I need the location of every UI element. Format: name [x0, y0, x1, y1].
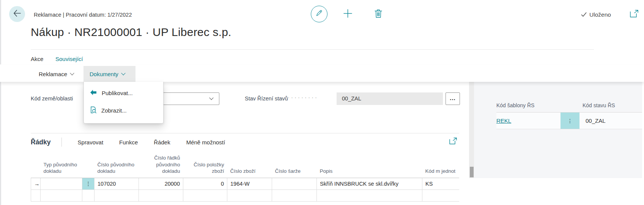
cell-empty[interactable]	[272, 189, 317, 201]
delete-button[interactable]	[373, 9, 383, 19]
table-row: → ⋮ 107020 20000 0 1964-W Skříň INNSBRUC…	[31, 178, 460, 189]
zobrazit-label: Zobrazit...	[101, 107, 127, 114]
status-field[interactable]: 00_ZAL	[337, 92, 443, 105]
cell-empty[interactable]	[183, 189, 227, 201]
breadcrumb: Reklamace | Pracovní datum: 1/27/2022	[34, 12, 132, 18]
cell-empty[interactable]	[422, 189, 460, 201]
cell-typ[interactable]	[41, 178, 82, 189]
status-label: Stav Řízení stavů	[245, 95, 288, 102]
lines-table: Typ původního dokladu Číslo původního do…	[31, 152, 459, 203]
lines-toolbar: Řádky Spravovat Funkce Řádek Méně možnos…	[31, 136, 459, 148]
preview-document-icon	[90, 106, 96, 114]
col-cislo-radku[interactable]: Číslo řádků původního dokladu	[139, 152, 183, 178]
ribbon-button-reklamace[interactable]: Reklamace	[33, 66, 80, 82]
col-popis[interactable]: Popis	[317, 152, 422, 178]
trash-icon	[374, 9, 383, 20]
cell-empty[interactable]	[82, 189, 94, 201]
menu-item-publikovat[interactable]: Publikovat...	[84, 84, 163, 102]
toolbar-button-spravovat[interactable]: Spravovat	[78, 139, 104, 146]
cell-cislo-radku[interactable]: 20000	[139, 178, 183, 189]
col-row-menu	[82, 152, 94, 178]
col-kod-stavu-rs[interactable]: Kód stavu ŘS	[579, 102, 642, 108]
cell-empty[interactable]	[139, 189, 183, 201]
tabs-divider	[31, 49, 594, 50]
col-arrow	[31, 152, 41, 178]
status-code-value[interactable]: 00_ZAL	[579, 113, 642, 129]
cell-empty[interactable]	[94, 189, 139, 201]
tab-akce[interactable]: Akce	[31, 56, 43, 64]
open-window-icon	[630, 10, 638, 19]
publikovat-label: Publikovat...	[102, 90, 133, 96]
toolbar-button-radek[interactable]: Řádek	[154, 139, 170, 146]
toolbar-button-mene-moznosti[interactable]: Méně možností	[186, 139, 225, 146]
col-kod-merne-jednotky[interactable]: Kód m jednot	[422, 152, 460, 178]
toolbar-button-funkce[interactable]: Funkce	[119, 139, 138, 146]
save-status: Uloženo	[581, 11, 611, 18]
back-button[interactable]	[9, 6, 25, 22]
scrollbar-thumb[interactable]	[470, 167, 474, 177]
focus-mode-icon[interactable]	[449, 138, 457, 146]
vertical-scrollbar[interactable]	[469, 82, 474, 178]
dokumenty-label: Dokumenty	[90, 71, 118, 77]
cell-cislo-puvodniho-dokladu[interactable]: 107020	[94, 178, 139, 189]
col-cislo-sarze[interactable]: Číslo šarže	[272, 152, 317, 178]
toolbar-separator	[61, 138, 62, 147]
table-row-empty	[31, 189, 460, 201]
factbox-panel: Kód šablony ŘS Kód stavu ŘS REKL ⋮ 00_ZA…	[474, 82, 642, 178]
col-kod-sablony-rs[interactable]: Kód šablony ŘS	[496, 102, 579, 108]
cell-empty[interactable]	[41, 189, 82, 201]
row-options-cell[interactable]: ⋮	[82, 178, 94, 189]
factbox-table: Kód šablony ŘS Kód stavu ŘS REKL ⋮ 00_ZA…	[496, 102, 642, 129]
lines-top-divider	[31, 133, 459, 133]
chevron-down-icon	[70, 71, 74, 75]
col-typ-puvodniho-dokladu[interactable]: Typ původního dokladu	[41, 152, 82, 178]
reklamace-label: Reklamace	[39, 71, 67, 77]
window-edge	[0, 0, 1, 205]
dokumenty-dropdown-menu: Publikovat... Zobrazit...	[83, 82, 164, 124]
dotted-leader: ·········	[288, 94, 332, 100]
edit-button[interactable]	[311, 6, 328, 22]
plus-icon	[343, 8, 353, 20]
more-options-button[interactable]: ...	[446, 92, 460, 105]
back-arrow-icon	[13, 10, 21, 18]
col-cislo-puvodniho-dokladu[interactable]: Číslo původního dokladu	[94, 152, 139, 178]
cell-cislo-polozky[interactable]: 0	[183, 178, 227, 189]
post-arrow-icon	[90, 89, 97, 97]
factbox-row: REKL ⋮ 00_ZAL	[496, 113, 642, 129]
open-in-window-button[interactable]	[630, 11, 638, 18]
cell-cislo-zbozi[interactable]: 1964-W	[227, 178, 272, 189]
tab-souvisejici[interactable]: Související	[55, 56, 83, 65]
cell-popis[interactable]: Skříň INNSBRUCK se skl.dvířky	[317, 178, 422, 189]
lines-header-row: Typ původního dokladu Číslo původního do…	[31, 152, 460, 178]
cell-kod-mj[interactable]: KS	[422, 178, 460, 189]
cell-empty[interactable]	[227, 189, 272, 201]
new-button[interactable]	[343, 9, 353, 19]
country-code-label: Kód země/oblasti	[31, 95, 73, 102]
chevron-down-icon	[121, 71, 125, 75]
chevron-down-icon	[209, 95, 213, 100]
factbox-header-row: Kód šablony ŘS Kód stavu ŘS	[496, 102, 642, 113]
ribbon-button-dokumenty[interactable]: Dokumenty	[83, 66, 135, 82]
cell-empty[interactable]	[31, 189, 41, 201]
col-cislo-polozky-zbozi[interactable]: Číslo položky zboží	[183, 152, 227, 178]
cell-empty[interactable]	[317, 189, 422, 201]
row-options-cell[interactable]: ⋮	[561, 113, 579, 129]
active-row-arrow: →	[31, 178, 41, 189]
ribbon: Reklamace Dokumenty	[0, 64, 644, 82]
col-cislo-zbozi[interactable]: Číslo zboží	[227, 152, 272, 178]
page-title: Nákup · NR21000001 · UP Liberec s.p.	[31, 26, 231, 39]
check-icon	[581, 11, 587, 18]
pencil-icon	[315, 9, 323, 19]
saved-label: Uloženo	[589, 11, 611, 18]
menu-item-zobrazit[interactable]: Zobrazit...	[84, 102, 163, 119]
template-code-link[interactable]: REKL	[496, 117, 511, 124]
lines-title: Řádky	[31, 138, 51, 146]
cell-cislo-sarze[interactable]	[272, 178, 317, 189]
